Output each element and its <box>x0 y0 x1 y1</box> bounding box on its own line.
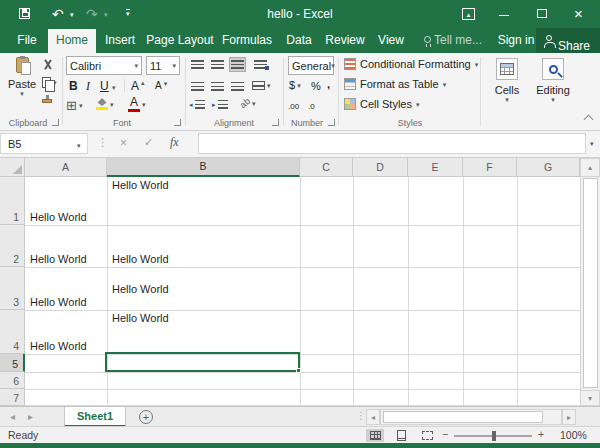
scroll-up-icon[interactable]: ▴ <box>580 158 600 177</box>
redo-button[interactable]: ↷ <box>86 6 98 22</box>
tab-data[interactable]: Data <box>280 28 318 53</box>
bottom-align-button[interactable] <box>229 57 246 72</box>
clipboard-dialog-launcher-icon[interactable] <box>52 119 59 126</box>
vertical-scroll-thumb[interactable] <box>583 178 598 388</box>
column-header-g[interactable]: G <box>517 158 580 177</box>
accounting-format-button[interactable]: $ ▾ <box>289 79 301 91</box>
orientation-dropdown-icon[interactable]: ▾ <box>252 100 256 107</box>
font-name-select[interactable]: Calibri ▾ <box>66 56 142 75</box>
tab-home[interactable]: Home <box>48 29 96 53</box>
number-dialog-launcher-icon[interactable] <box>328 119 335 126</box>
sign-in-button[interactable]: Sign in <box>496 28 536 53</box>
splitter-dots-icon[interactable]: ⋮ <box>356 410 366 421</box>
cancel-icon[interactable]: × <box>120 136 127 150</box>
collapse-ribbon-icon[interactable] <box>584 115 594 125</box>
horizontal-scroll-thumb[interactable] <box>383 411 543 423</box>
tab-page-layout[interactable]: Page Layout <box>146 28 214 53</box>
cells-button[interactable]: Cells ▾ <box>487 58 527 103</box>
row-header-4[interactable]: 4 <box>0 310 25 354</box>
zoom-out-icon[interactable]: − <box>442 428 448 440</box>
minimize-icon[interactable] <box>499 15 509 16</box>
select-all-corner[interactable] <box>0 158 25 177</box>
font-color-button[interactable]: A ▾ <box>128 97 146 112</box>
sheet-nav-right-icon[interactable]: ▸ <box>28 411 33 422</box>
decrease-decimal-button[interactable]: .0 <box>308 102 315 111</box>
format-as-table-button[interactable]: Format as Table ▾ <box>344 78 446 90</box>
underline-dropdown-icon[interactable]: ▾ <box>112 84 116 91</box>
column-header-b[interactable]: B <box>107 158 300 177</box>
number-format-select[interactable]: General ▾ <box>288 56 334 75</box>
row-header-3[interactable]: 3 <box>0 267 25 310</box>
formula-input[interactable] <box>198 133 586 154</box>
page-break-preview-button[interactable] <box>418 429 436 442</box>
new-sheet-icon[interactable]: + <box>139 410 153 424</box>
wrap-text-button[interactable] <box>252 57 269 72</box>
fill-handle[interactable] <box>296 368 301 373</box>
align-left-button[interactable] <box>189 79 206 94</box>
paste-dropdown-icon[interactable]: ▾ <box>20 90 24 97</box>
cell-b2[interactable]: Hello World <box>109 225 299 267</box>
orientation-button[interactable]: ab ▾ <box>240 98 256 108</box>
vertical-scrollbar[interactable] <box>580 177 600 390</box>
decrease-indent-button[interactable]: ◂ <box>189 100 205 109</box>
sheet-nav-left-icon[interactable]: ◂ <box>10 411 15 422</box>
hscroll-right-icon[interactable]: ▸ <box>562 409 576 425</box>
name-box-dropdown-icon[interactable]: ▾ <box>77 142 81 149</box>
borders-button[interactable]: ⊞ ▾ <box>66 99 82 112</box>
zoom-in-icon[interactable]: + <box>538 428 544 440</box>
normal-view-button[interactable] <box>366 429 384 442</box>
editing-button[interactable]: Editing ▾ <box>531 58 575 103</box>
middle-align-button[interactable] <box>209 57 226 72</box>
row-header-2[interactable]: 2 <box>0 225 25 267</box>
increase-font-size-button[interactable]: A ▴ <box>131 79 145 93</box>
font-dialog-launcher-icon[interactable] <box>174 119 181 126</box>
hscroll-left-icon[interactable]: ◂ <box>366 409 380 425</box>
alignment-dialog-launcher-icon[interactable] <box>272 119 279 126</box>
active-cell-selection[interactable] <box>105 352 300 372</box>
tab-insert[interactable]: Insert <box>100 28 140 53</box>
page-layout-view-button[interactable] <box>392 429 410 442</box>
share-button[interactable]: Share <box>536 28 600 53</box>
undo-dropdown-icon[interactable]: ▾ <box>70 11 74 18</box>
sheet-tab-sheet1[interactable]: Sheet1 <box>64 407 126 427</box>
align-right-button[interactable] <box>229 79 246 94</box>
column-header-f[interactable]: F <box>463 158 517 177</box>
tab-review[interactable]: Review <box>322 28 368 53</box>
tell-me-box[interactable]: Tell me... <box>434 28 482 53</box>
underline-button[interactable]: U <box>100 79 109 93</box>
cell-b3[interactable]: Hello World <box>109 267 299 310</box>
accounting-dropdown-icon[interactable]: ▾ <box>297 82 301 89</box>
tell-me-bulb-icon[interactable] <box>424 36 431 43</box>
customize-qat-icon[interactable]: ▾ <box>126 9 130 17</box>
percent-style-button[interactable]: % <box>311 80 321 92</box>
expand-formula-bar-icon[interactable]: ▾ <box>590 140 594 147</box>
row-header-6[interactable]: 6 <box>0 372 25 389</box>
zoom-slider-handle[interactable] <box>492 431 496 441</box>
format-painter-button[interactable] <box>42 99 52 103</box>
bold-button[interactable]: B <box>69 79 78 93</box>
name-box[interactable]: B5 ▾ <box>0 133 88 154</box>
cut-button[interactable] <box>42 59 53 70</box>
increase-decimal-button[interactable]: .00 <box>288 102 299 111</box>
editing-dropdown-icon[interactable]: ▾ <box>551 96 555 103</box>
merge-center-dropdown-icon[interactable]: ▾ <box>267 82 271 89</box>
cell-a1[interactable]: Hello World <box>27 177 106 225</box>
center-button[interactable] <box>209 79 226 94</box>
close-icon[interactable]: × <box>574 6 583 21</box>
cell-b4[interactable]: Hello World <box>109 310 299 354</box>
cell-a4[interactable]: Hello World <box>27 310 106 354</box>
column-header-a[interactable]: A <box>25 158 107 177</box>
top-align-button[interactable] <box>189 57 206 72</box>
paste-button[interactable]: Paste ▾ <box>6 57 38 97</box>
fill-color-button[interactable]: ▾ <box>96 98 114 110</box>
redo-dropdown-icon[interactable]: ▾ <box>104 11 108 18</box>
horizontal-scrollbar[interactable] <box>380 409 562 425</box>
enter-check-icon[interactable]: ✓ <box>144 136 153 149</box>
tab-view[interactable]: View <box>372 28 410 53</box>
column-header-d[interactable]: D <box>353 158 408 177</box>
borders-dropdown-icon[interactable]: ▾ <box>79 102 83 109</box>
comma-style-button[interactable]: , <box>327 78 330 90</box>
merge-center-button[interactable]: ▾ <box>252 81 271 90</box>
cell-a3[interactable]: Hello World <box>27 267 106 310</box>
fill-color-dropdown-icon[interactable]: ▾ <box>110 101 114 108</box>
